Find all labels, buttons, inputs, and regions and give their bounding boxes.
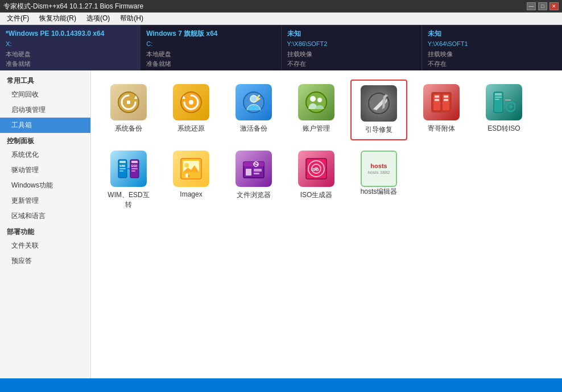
svg-rect-44 [246,169,251,176]
imagex-icon: x [173,151,209,187]
menu-help[interactable]: 帮助(H) [115,12,148,24]
info-col-3-line0: Y:\X64\SOFT1 [428,39,556,49]
svg-rect-30 [119,170,123,172]
hosts-icon-subtext: hosts 3882 [367,170,390,175]
window-controls: — □ ✕ [527,2,559,10]
svg-text:ISO: ISO [311,167,319,172]
svg-text:x: x [188,174,190,178]
tool-bootrepair[interactable]: 引导修复 [350,80,407,140]
sidebar-item-pre-answer[interactable]: 预应答 [0,253,90,269]
svg-text:WIM: WIM [119,164,125,168]
menu-options[interactable]: 选项(O) [82,12,114,24]
sidebar-group-control-panel: 控制面板 [0,133,90,147]
activate-svg [242,91,265,114]
info-col-1-title: Windows 7 旗舰版 x64 [146,28,275,39]
svg-rect-2 [127,101,130,104]
filebrowser-svg [242,157,265,180]
info-col-2[interactable]: 未知 Y:\X86\SOFT2 挂载映像 不存在 [282,25,422,70]
bootrepair-icon [361,85,397,122]
esd2iso-svg: → [493,91,515,114]
info-col-1-line2: 准备就绪 [146,59,275,69]
sidebar-item-update-mgmt[interactable]: 更新管理 [0,193,90,208]
companion-icon [423,84,460,120]
menu-recover[interactable]: 恢复功能(R) [35,12,81,24]
sidebar-item-boot-manager[interactable]: 启动项管理 [0,102,90,118]
info-col-0[interactable]: *Windows PE 10.0.14393.0 x64 X: 本地硬盘 准备就… [0,25,140,70]
bootrepair-svg [367,92,390,115]
minimize-button[interactable]: — [527,2,536,10]
sidebar-item-space-reclaim[interactable]: 空间回收 [0,87,90,102]
tool-hosts[interactable]: hosts hosts 3882 hosts编辑器 [350,146,407,214]
info-col-2-line1: 挂载映像 [287,49,416,60]
hosts-icon-text: hosts [370,162,387,169]
tool-imagex[interactable]: x Imagex [163,146,220,214]
info-col-1-line0: C: [146,39,275,49]
info-col-3-title: 未知 [428,28,556,39]
svg-rect-22 [495,99,499,100]
maximize-button[interactable]: □ [538,2,547,10]
svg-rect-36 [131,170,135,172]
content-area: 系统备份 系统还原 [91,70,562,378]
svg-point-8 [306,92,327,112]
tool-wim[interactable]: WIM ESD WIM、ESD互转 [100,146,157,214]
account-icon [298,84,334,120]
svg-point-24 [509,105,513,109]
tool-filebrowser[interactable]: 文件浏览器 [225,146,282,214]
info-col-0-line0: X: [6,39,134,49]
svg-point-39 [184,163,189,168]
svg-point-5 [189,100,193,105]
svg-rect-45 [254,169,262,172]
imagex-label: Imagex [180,190,202,198]
sidebar: 常用工具 空间回收 启动项管理 工具箱 控制面板 系统优化 驱动管理 Windo… [0,70,91,378]
companion-svg [430,91,453,114]
info-col-2-title: 未知 [287,28,416,39]
esd2iso-label: ESD转ISO [487,124,520,134]
info-col-0-line2: 准备就绪 [6,59,134,69]
sidebar-group-deploy: 部署功能 [0,224,90,238]
sidebar-item-sys-optimize[interactable]: 系统优化 [0,147,90,162]
info-col-1-line1: 本地硬盘 [146,49,275,60]
info-bar: *Windows PE 10.0.14393.0 x64 X: 本地硬盘 准备就… [0,25,562,70]
title-bar: 专家模式-Dism++x64 10.1.27.1 Bios Firmware —… [0,0,562,12]
svg-rect-15 [435,95,439,98]
info-col-0-line1: 本地硬盘 [6,49,134,60]
restore-icon [173,84,209,120]
esd2iso-icon: → [486,84,522,120]
sidebar-item-region-lang[interactable]: 区域和语言 [0,208,90,224]
info-col-1[interactable]: Windows 7 旗舰版 x64 C: 本地硬盘 准备就绪 [140,25,281,70]
sidebar-item-windows-features[interactable]: Windows功能 [0,178,90,193]
restore-label: 系统还原 [177,124,205,134]
close-button[interactable]: ✕ [549,2,559,10]
tool-activate[interactable]: 激活备份 [225,80,282,140]
tool-restore[interactable]: 系统还原 [163,80,220,140]
status-bar [0,378,562,392]
wim-label: WIM、ESD互转 [105,190,152,210]
activate-icon [235,84,272,120]
menu-file[interactable]: 文件(F) [2,12,34,24]
tool-isogen[interactable]: ISO ISO生成器 [288,146,345,214]
tool-backup[interactable]: 系统备份 [100,80,157,140]
tool-account[interactable]: 账户管理 [288,80,345,140]
info-col-2-line0: Y:\X86\SOFT2 [287,39,416,49]
info-col-0-title: *Windows PE 10.0.14393.0 x64 [6,28,134,39]
svg-point-10 [317,98,322,102]
tool-companion[interactable]: 寄哥附体 [413,80,470,140]
info-col-2-line2: 不存在 [287,59,416,69]
account-svg [305,91,328,114]
bootrepair-label: 引导修复 [365,125,392,135]
sidebar-item-toolbox[interactable]: 工具箱 [0,118,90,133]
sidebar-item-driver-mgmt[interactable]: 驱动管理 [0,162,90,178]
svg-rect-20 [495,93,502,95]
sidebar-item-file-assoc[interactable]: 文件关联 [0,238,90,253]
tool-esd2iso[interactable]: → ESD转ISO [476,80,532,140]
info-col-3-line1: 挂载映像 [428,49,556,60]
backup-svg [117,91,140,114]
isogen-svg: ISO [305,157,328,180]
window-title: 专家模式-Dism++x64 10.1.27.1 Bios Firmware [3,2,527,11]
isogen-icon: ISO [298,151,334,187]
svg-rect-17 [435,99,439,101]
wim-icon: WIM ESD [110,151,147,187]
svg-text:→: → [503,103,507,107]
svg-text:ESD: ESD [131,164,138,168]
info-col-3[interactable]: 未知 Y:\X64\SOFT1 挂载映像 不存在 [422,25,562,70]
